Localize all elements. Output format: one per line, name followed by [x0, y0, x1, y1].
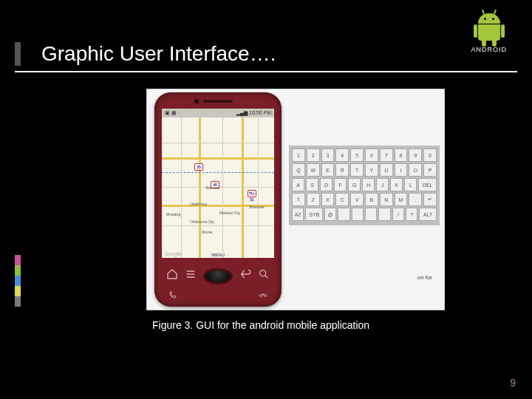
map-city-label: Mustang	[166, 212, 180, 216]
status-right: ▂▄▆ 10:50 PM	[236, 110, 271, 116]
key-W[interactable]: W	[307, 163, 320, 177]
kb-row-4: ⇧ZXCVBNM.↵	[292, 193, 437, 206]
key-L[interactable]: L	[404, 178, 417, 191]
phone-bottom-row	[168, 290, 268, 299]
key-B[interactable]: B	[365, 193, 378, 206]
key-space[interactable]	[352, 208, 364, 221]
key-P[interactable]: P	[423, 163, 437, 177]
kb-row-3: ASDFGHJKLDEL	[292, 178, 437, 191]
cropped-text-fragment: on for	[417, 274, 432, 281]
key-C[interactable]: C	[335, 193, 349, 206]
map-city-label: Moore	[202, 230, 212, 234]
key-2[interactable]: 2	[307, 149, 320, 162]
phone-screen: ▣ ▦ ▂▄▆ 10:50 PM	[162, 109, 274, 258]
key-ALT[interactable]: ALT	[419, 208, 437, 221]
side-color-stripe	[15, 255, 21, 307]
key-G[interactable]: G	[348, 178, 361, 191]
virtual-keyboard: 1234567890 QWERTYUIOP ASDFGHJKLDEL ⇧ZXCV…	[289, 146, 440, 225]
map-city-label: Edmond	[206, 185, 220, 190]
menu-hint: MENU	[207, 253, 229, 257]
key-K[interactable]: K	[390, 178, 403, 191]
key-E[interactable]: E	[321, 163, 335, 177]
key-Q[interactable]: Q	[292, 163, 305, 177]
phone-frame: ▣ ▦ ▂▄▆ 10:50 PM	[154, 92, 282, 307]
key-5[interactable]: 5	[350, 149, 364, 162]
route-shield: 35	[194, 163, 203, 171]
key-9[interactable]: 9	[409, 149, 422, 162]
key-DEL[interactable]: DEL	[418, 178, 437, 191]
key-?[interactable]: ?	[406, 208, 417, 221]
key-↵[interactable]: ↵	[423, 193, 437, 206]
key-D[interactable]: D	[320, 178, 332, 191]
key-J[interactable]: J	[376, 178, 389, 191]
stripe-seg	[15, 286, 21, 296]
end-call-icon[interactable]	[258, 290, 268, 299]
key-0[interactable]: 0	[423, 149, 437, 162]
status-time: 10:50 PM	[249, 110, 271, 115]
stripe-seg	[15, 255, 21, 265]
kb-row-2: QWERTYUIOP	[292, 163, 437, 177]
status-bar: ▣ ▦ ▂▄▆ 10:50 PM	[162, 109, 274, 117]
map-city-label: Shawnee	[249, 205, 265, 209]
key-8[interactable]: 8	[395, 149, 408, 162]
key-⇧[interactable]: ⇧	[292, 193, 305, 206]
key-/[interactable]: /	[392, 208, 404, 221]
key-.[interactable]: .	[409, 193, 422, 206]
key-X[interactable]: X	[321, 193, 335, 206]
svg-point-0	[259, 270, 265, 276]
key-N[interactable]: N	[380, 193, 393, 206]
stripe-seg	[15, 265, 21, 276]
phone-earpiece	[203, 100, 233, 103]
key-space[interactable]	[378, 208, 390, 221]
key-6[interactable]: 6	[365, 149, 378, 162]
call-icon[interactable]	[168, 290, 178, 299]
key-1[interactable]: 1	[292, 149, 305, 162]
key-@[interactable]: @	[324, 208, 336, 221]
key-I[interactable]: I	[395, 163, 408, 177]
page-number: 9	[510, 377, 516, 389]
key-H[interactable]: H	[362, 178, 375, 191]
map-view[interactable]: 40 35 TU-51 Oklahoma Mustang Oklahoma Ci…	[162, 117, 274, 258]
map-city-label: Midwest City	[219, 211, 240, 215]
key-V[interactable]: V	[350, 193, 364, 206]
key-7[interactable]: 7	[380, 149, 393, 162]
menu-icon[interactable]	[185, 268, 197, 280]
map-city-label: Oklahoma City	[190, 219, 214, 224]
key-S[interactable]: S	[306, 178, 318, 191]
signal-icon: ▂▄▆	[236, 110, 248, 115]
page-title: Graphic User Interface….	[41, 42, 276, 66]
stripe-seg	[15, 276, 21, 286]
key-F[interactable]: F	[334, 178, 347, 191]
figure-area: ▣ ▦ ▂▄▆ 10:50 PM	[146, 89, 445, 310]
key-R[interactable]: R	[335, 163, 349, 177]
search-icon[interactable]	[258, 268, 270, 280]
figure-caption: Figure 3. GUI for the android mobile app…	[152, 319, 369, 331]
title-accent	[15, 42, 21, 66]
home-icon[interactable]	[166, 268, 178, 280]
status-left: ▣ ▦	[165, 110, 177, 116]
kb-row-5: AzSYB@/?ALT	[292, 208, 437, 221]
key-space[interactable]	[338, 208, 349, 221]
trackball[interactable]	[203, 268, 233, 284]
key-3[interactable]: 3	[321, 149, 335, 162]
route-shield: TU-51	[248, 190, 256, 197]
key-SYB[interactable]: SYB	[305, 208, 323, 221]
key-O[interactable]: O	[409, 163, 422, 177]
map-watermark: Google	[165, 251, 182, 256]
key-space[interactable]	[365, 208, 377, 221]
kb-row-1: 1234567890	[292, 149, 437, 162]
key-T[interactable]: T	[350, 163, 364, 177]
key-U[interactable]: U	[380, 163, 393, 177]
key-A[interactable]: A	[292, 178, 304, 191]
key-4[interactable]: 4	[335, 149, 349, 162]
back-icon[interactable]	[239, 268, 251, 280]
key-Y[interactable]: Y	[365, 163, 378, 177]
slide: ANDROID Graphic User Interface…. ▣ ▦ ▂▄▆…	[0, 0, 532, 399]
key-Az[interactable]: Az	[292, 208, 304, 221]
map-city-label: Oklahoma	[190, 202, 207, 206]
key-M[interactable]: M	[395, 193, 408, 206]
key-Z[interactable]: Z	[307, 193, 320, 206]
stripe-seg	[15, 296, 21, 307]
title-bar: Graphic User Interface….	[15, 37, 517, 72]
